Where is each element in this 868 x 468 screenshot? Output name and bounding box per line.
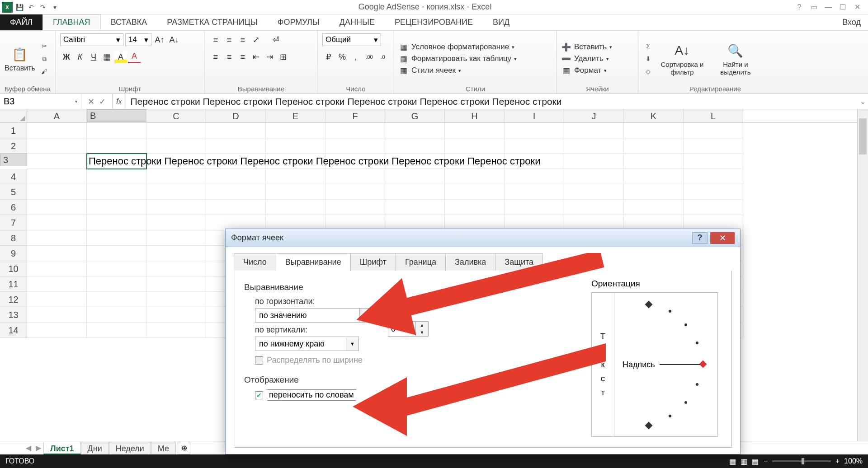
cell[interactable] <box>624 169 684 184</box>
tab-file[interactable]: ФАЙЛ <box>0 14 42 30</box>
undo-icon[interactable]: ↶ <box>26 2 36 12</box>
orientation-dial[interactable]: Надпись <box>614 293 717 436</box>
cell[interactable] <box>505 138 564 154</box>
cell[interactable] <box>505 184 564 200</box>
cell[interactable] <box>206 184 266 200</box>
row-header[interactable]: 6 <box>0 200 27 215</box>
clear-icon[interactable]: ◇ <box>643 66 654 77</box>
cell[interactable] <box>564 123 624 138</box>
cell[interactable] <box>146 276 206 292</box>
indent-spinner[interactable]: ▲▼ <box>388 321 429 337</box>
qat-customize-icon[interactable]: ▾ <box>50 2 60 12</box>
cell[interactable] <box>146 323 206 338</box>
sheet-tab[interactable]: Лист1 <box>43 442 81 454</box>
indent-input[interactable] <box>388 322 415 336</box>
cell[interactable] <box>146 261 206 276</box>
format-cells-button[interactable]: ▦Формат▾ <box>561 66 612 75</box>
cell[interactable] <box>27 230 87 246</box>
font-name-combo[interactable]: Calibri▾ <box>60 33 123 46</box>
dialog-tab-font[interactable]: Шрифт <box>350 253 396 271</box>
col-header[interactable]: G <box>385 109 445 122</box>
decrease-decimal-icon[interactable]: .0 <box>377 51 389 63</box>
cell[interactable] <box>445 184 505 200</box>
zoom-value[interactable]: 100% <box>844 457 863 465</box>
prev-sheet-icon[interactable]: ◀ <box>24 443 33 453</box>
tab-formulas[interactable]: ФОРМУЛЫ <box>268 14 330 30</box>
minimize-icon[interactable]: — <box>823 2 834 13</box>
row-header[interactable]: 11 <box>0 276 27 292</box>
cell[interactable] <box>326 123 385 138</box>
cell[interactable] <box>87 261 146 276</box>
row-header[interactable]: 7 <box>0 215 27 230</box>
cell[interactable] <box>27 292 87 307</box>
dialog-tab-number[interactable]: Число <box>234 253 276 271</box>
fill-color-button[interactable]: A <box>114 51 127 63</box>
orientation-vertical-button[interactable]: Текст <box>592 293 614 436</box>
cell[interactable] <box>146 123 206 138</box>
vertical-scrollbar[interactable] <box>857 109 868 454</box>
sheet-tab[interactable]: Дни <box>81 442 109 454</box>
row-header[interactable]: 10 <box>0 261 27 276</box>
zoom-in-icon[interactable]: + <box>835 457 840 465</box>
col-header[interactable]: E <box>266 109 326 122</box>
cell[interactable] <box>87 307 146 323</box>
cell[interactable] <box>684 123 743 138</box>
spin-down-icon[interactable]: ▼ <box>416 329 428 336</box>
fx-label-icon[interactable]: fx <box>113 94 126 109</box>
cell[interactable] <box>27 200 87 215</box>
col-header[interactable]: F <box>326 109 385 122</box>
sort-filter-button[interactable]: A↓ Сортировка и фильтр <box>657 42 707 76</box>
cell[interactable] <box>505 123 564 138</box>
comma-icon[interactable]: , <box>349 51 362 63</box>
cell[interactable] <box>266 215 326 230</box>
find-select-button[interactable]: 🔍 Найти и выделить <box>711 42 760 76</box>
tab-page-layout[interactable]: РАЗМЕТКА СТРАНИЦЫ <box>157 14 267 30</box>
view-page-break-icon[interactable]: ▤ <box>752 457 759 466</box>
col-header[interactable]: C <box>146 109 206 122</box>
cell[interactable] <box>326 138 385 154</box>
conditional-formatting-button[interactable]: ▦Условное форматирование▾ <box>399 42 517 52</box>
orientation-icon[interactable]: ⤢ <box>250 33 263 46</box>
dialog-tab-fill[interactable]: Заливка <box>445 253 495 271</box>
cell[interactable] <box>27 215 87 230</box>
cell[interactable] <box>385 200 445 215</box>
expand-formula-bar-icon[interactable]: ⌄ <box>857 94 868 109</box>
cell[interactable] <box>27 123 87 138</box>
cell[interactable] <box>27 154 87 169</box>
row-header[interactable]: 9 <box>0 246 27 261</box>
cell[interactable] <box>27 138 87 154</box>
save-icon[interactable]: 💾 <box>14 2 24 12</box>
cell[interactable] <box>266 138 326 154</box>
maximize-icon[interactable]: ☐ <box>837 2 848 13</box>
font-size-combo[interactable]: 14▾ <box>125 33 151 46</box>
cell[interactable] <box>505 200 564 215</box>
cell[interactable] <box>146 307 206 323</box>
horizontal-combo[interactable]: по значению▼ <box>255 308 373 323</box>
cell[interactable] <box>385 138 445 154</box>
cell[interactable] <box>385 169 445 184</box>
cell[interactable] <box>564 184 624 200</box>
cell[interactable] <box>564 200 624 215</box>
cell[interactable] <box>266 184 326 200</box>
vertical-combo[interactable]: по нижнему краю▼ <box>255 337 359 351</box>
cell[interactable] <box>445 215 505 230</box>
cell[interactable] <box>87 276 146 292</box>
cell[interactable] <box>27 276 87 292</box>
cell[interactable] <box>624 215 684 230</box>
dialog-titlebar[interactable]: Формат ячеек ? ✕ <box>226 229 740 247</box>
view-normal-icon[interactable]: ▦ <box>729 457 736 466</box>
col-header[interactable]: A <box>27 109 87 122</box>
sheet-tab[interactable]: Недели <box>109 442 151 454</box>
cell[interactable] <box>206 169 266 184</box>
cell[interactable] <box>385 123 445 138</box>
cell[interactable] <box>27 246 87 261</box>
col-header[interactable]: D <box>206 109 266 122</box>
paste-button[interactable]: 📋 Вставить <box>5 45 35 72</box>
cell[interactable] <box>87 230 146 246</box>
cell[interactable] <box>684 215 743 230</box>
cell[interactable] <box>27 184 87 200</box>
cell[interactable] <box>684 138 743 154</box>
cell[interactable] <box>87 323 146 338</box>
cell[interactable] <box>505 169 564 184</box>
cut-icon[interactable]: ✂ <box>39 41 50 51</box>
